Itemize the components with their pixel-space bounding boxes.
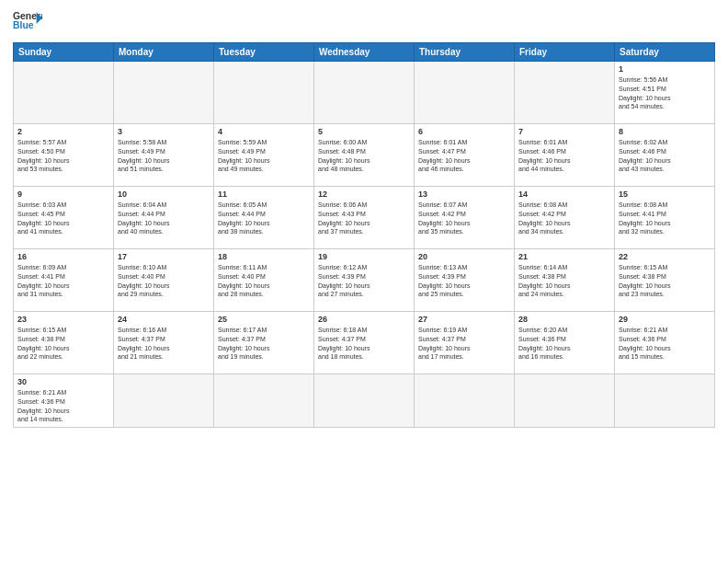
day-cell: 23Sunrise: 6:15 AM Sunset: 4:38 PM Dayli… <box>14 312 114 374</box>
day-number: 12 <box>318 190 410 199</box>
day-info: Sunrise: 6:21 AM Sunset: 4:36 PM Dayligh… <box>619 326 711 362</box>
day-cell: 14Sunrise: 6:08 AM Sunset: 4:42 PM Dayli… <box>515 187 615 249</box>
weekday-friday: Friday <box>515 43 615 62</box>
page: General Blue SundayMondayTuesdayWednesda… <box>0 0 728 563</box>
day-cell <box>615 374 715 428</box>
day-cell <box>415 62 515 124</box>
day-info: Sunrise: 6:13 AM Sunset: 4:39 PM Dayligh… <box>418 263 510 299</box>
day-cell: 24Sunrise: 6:16 AM Sunset: 4:37 PM Dayli… <box>114 312 214 374</box>
day-cell <box>214 374 314 428</box>
day-cell <box>114 62 214 124</box>
day-info: Sunrise: 6:08 AM Sunset: 4:42 PM Dayligh… <box>518 201 610 236</box>
day-number: 24 <box>118 315 210 324</box>
day-cell: 8Sunrise: 6:02 AM Sunset: 4:46 PM Daylig… <box>615 124 715 187</box>
week-row-3: 16Sunrise: 6:09 AM Sunset: 4:41 PM Dayli… <box>14 249 715 312</box>
day-cell: 12Sunrise: 6:06 AM Sunset: 4:43 PM Dayli… <box>314 187 415 249</box>
day-info: Sunrise: 6:01 AM Sunset: 4:47 PM Dayligh… <box>418 138 510 174</box>
day-cell: 20Sunrise: 6:13 AM Sunset: 4:39 PM Dayli… <box>415 249 515 312</box>
day-number: 20 <box>418 252 510 261</box>
day-info: Sunrise: 6:20 AM Sunset: 4:36 PM Dayligh… <box>518 326 610 362</box>
day-info: Sunrise: 6:02 AM Sunset: 4:46 PM Dayligh… <box>619 138 711 174</box>
day-number: 28 <box>518 315 610 324</box>
day-info: Sunrise: 6:03 AM Sunset: 4:45 PM Dayligh… <box>17 201 109 236</box>
day-cell: 21Sunrise: 6:14 AM Sunset: 4:38 PM Dayli… <box>515 249 615 312</box>
day-info: Sunrise: 6:08 AM Sunset: 4:41 PM Dayligh… <box>619 201 711 236</box>
day-cell: 13Sunrise: 6:07 AM Sunset: 4:42 PM Dayli… <box>415 187 515 249</box>
day-number: 1 <box>619 64 711 74</box>
day-info: Sunrise: 6:04 AM Sunset: 4:44 PM Dayligh… <box>118 201 210 236</box>
day-cell: 9Sunrise: 6:03 AM Sunset: 4:45 PM Daylig… <box>14 187 114 249</box>
day-cell <box>114 374 214 428</box>
day-cell <box>515 62 615 124</box>
day-info: Sunrise: 6:11 AM Sunset: 4:40 PM Dayligh… <box>218 263 310 299</box>
day-number: 5 <box>318 127 410 136</box>
day-cell <box>214 62 314 124</box>
day-info: Sunrise: 6:16 AM Sunset: 4:37 PM Dayligh… <box>118 326 210 362</box>
day-number: 9 <box>17 190 109 199</box>
day-number: 19 <box>318 252 410 261</box>
day-number: 11 <box>218 190 310 199</box>
day-cell: 7Sunrise: 6:01 AM Sunset: 4:46 PM Daylig… <box>515 124 615 187</box>
day-number: 3 <box>118 127 210 136</box>
calendar: SundayMondayTuesdayWednesdayThursdayFrid… <box>13 42 715 428</box>
day-number: 7 <box>518 127 610 136</box>
day-number: 13 <box>418 190 510 199</box>
day-cell: 17Sunrise: 6:10 AM Sunset: 4:40 PM Dayli… <box>114 249 214 312</box>
day-cell: 15Sunrise: 6:08 AM Sunset: 4:41 PM Dayli… <box>615 187 715 249</box>
day-info: Sunrise: 6:12 AM Sunset: 4:39 PM Dayligh… <box>318 263 410 299</box>
day-cell <box>415 374 515 428</box>
day-cell <box>314 374 415 428</box>
day-number: 15 <box>619 190 711 199</box>
day-info: Sunrise: 6:19 AM Sunset: 4:37 PM Dayligh… <box>418 326 510 362</box>
day-info: Sunrise: 6:06 AM Sunset: 4:43 PM Dayligh… <box>318 201 410 236</box>
day-number: 17 <box>118 252 210 261</box>
day-number: 16 <box>17 252 109 261</box>
day-number: 2 <box>17 127 109 136</box>
calendar-body: 1Sunrise: 5:56 AM Sunset: 4:51 PM Daylig… <box>14 62 715 428</box>
day-cell: 11Sunrise: 6:05 AM Sunset: 4:44 PM Dayli… <box>214 187 314 249</box>
day-info: Sunrise: 5:57 AM Sunset: 4:50 PM Dayligh… <box>17 138 109 174</box>
week-row-4: 23Sunrise: 6:15 AM Sunset: 4:38 PM Dayli… <box>14 312 715 374</box>
weekday-sunday: Sunday <box>14 43 114 62</box>
week-row-1: 2Sunrise: 5:57 AM Sunset: 4:50 PM Daylig… <box>14 124 715 187</box>
day-info: Sunrise: 6:01 AM Sunset: 4:46 PM Dayligh… <box>518 138 610 174</box>
weekday-saturday: Saturday <box>615 43 715 62</box>
day-number: 6 <box>418 127 510 136</box>
day-info: Sunrise: 6:17 AM Sunset: 4:37 PM Dayligh… <box>218 326 310 362</box>
day-cell <box>314 62 415 124</box>
day-cell: 19Sunrise: 6:12 AM Sunset: 4:39 PM Dayli… <box>314 249 415 312</box>
weekday-tuesday: Tuesday <box>214 43 314 62</box>
logo: General Blue <box>13 9 42 35</box>
day-cell: 5Sunrise: 6:00 AM Sunset: 4:48 PM Daylig… <box>314 124 415 187</box>
weekday-header: SundayMondayTuesdayWednesdayThursdayFrid… <box>14 43 715 62</box>
day-cell: 3Sunrise: 5:58 AM Sunset: 4:49 PM Daylig… <box>114 124 214 187</box>
day-cell: 29Sunrise: 6:21 AM Sunset: 4:36 PM Dayli… <box>615 312 715 374</box>
day-number: 29 <box>619 315 711 324</box>
day-cell: 1Sunrise: 5:56 AM Sunset: 4:51 PM Daylig… <box>615 62 715 124</box>
day-cell: 2Sunrise: 5:57 AM Sunset: 4:50 PM Daylig… <box>14 124 114 187</box>
day-number: 22 <box>619 252 711 261</box>
day-cell: 25Sunrise: 6:17 AM Sunset: 4:37 PM Dayli… <box>214 312 314 374</box>
day-number: 26 <box>318 315 410 324</box>
day-info: Sunrise: 6:07 AM Sunset: 4:42 PM Dayligh… <box>418 201 510 236</box>
header: General Blue <box>13 9 715 35</box>
day-info: Sunrise: 6:10 AM Sunset: 4:40 PM Dayligh… <box>118 263 210 299</box>
day-number: 30 <box>17 377 109 386</box>
day-cell: 10Sunrise: 6:04 AM Sunset: 4:44 PM Dayli… <box>114 187 214 249</box>
day-number: 21 <box>518 252 610 261</box>
day-number: 8 <box>619 127 711 136</box>
week-row-5: 30Sunrise: 6:21 AM Sunset: 4:36 PM Dayli… <box>14 374 715 428</box>
day-info: Sunrise: 6:09 AM Sunset: 4:41 PM Dayligh… <box>17 263 109 299</box>
day-info: Sunrise: 5:59 AM Sunset: 4:49 PM Dayligh… <box>218 138 310 174</box>
week-row-2: 9Sunrise: 6:03 AM Sunset: 4:45 PM Daylig… <box>14 187 715 249</box>
day-number: 23 <box>17 315 109 324</box>
day-number: 4 <box>218 127 310 136</box>
day-info: Sunrise: 5:58 AM Sunset: 4:49 PM Dayligh… <box>118 138 210 174</box>
day-info: Sunrise: 5:56 AM Sunset: 4:51 PM Dayligh… <box>619 75 711 111</box>
day-number: 18 <box>218 252 310 261</box>
day-cell: 28Sunrise: 6:20 AM Sunset: 4:36 PM Dayli… <box>515 312 615 374</box>
day-number: 14 <box>518 190 610 199</box>
week-row-0: 1Sunrise: 5:56 AM Sunset: 4:51 PM Daylig… <box>14 62 715 124</box>
day-cell: 4Sunrise: 5:59 AM Sunset: 4:49 PM Daylig… <box>214 124 314 187</box>
day-cell: 27Sunrise: 6:19 AM Sunset: 4:37 PM Dayli… <box>415 312 515 374</box>
